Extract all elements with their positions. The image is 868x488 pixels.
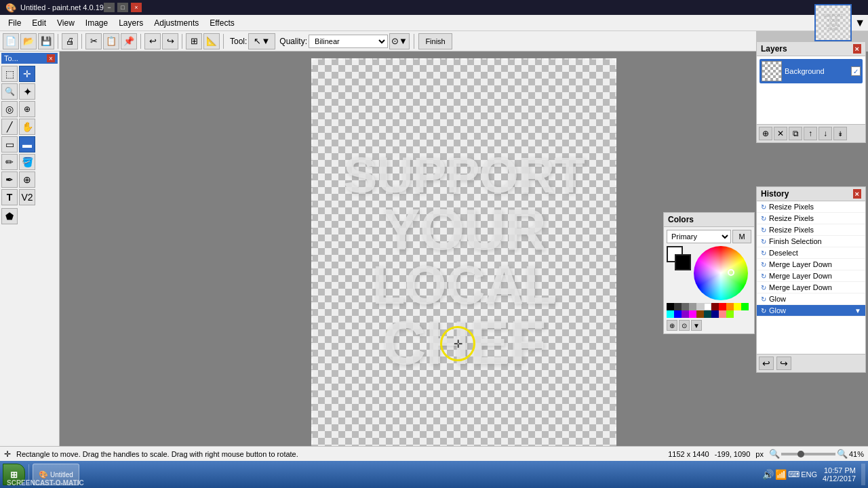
menu-adjustments[interactable]: Adjustments [149,17,204,29]
tool-polygon[interactable]: ⬟ [1,208,18,224]
tool-hand[interactable]: ✋ [19,119,35,135]
color-mode-select[interactable]: Primary Secondary [667,230,731,243]
tool-zoom2[interactable]: ⊕ [19,101,35,117]
palette-blue[interactable] [674,310,682,318]
history-item[interactable]: ↻ Resize Pixels [757,224,865,236]
tool-move[interactable]: ✛ [19,66,35,82]
minimize-button[interactable]: − [104,3,115,12]
palette-cyan[interactable] [667,310,674,318]
palette-red[interactable] [719,303,726,310]
palette-lightgray[interactable] [689,303,696,310]
palette-gray[interactable] [682,303,689,310]
tray-language[interactable]: ENG [801,470,817,479]
add-layer-button[interactable]: ⊕ [759,127,772,140]
palette-navy[interactable] [711,310,719,318]
toolbox-close[interactable]: × [47,54,55,62]
layer-background[interactable]: Background ✓ [760,59,863,83]
history-item[interactable]: ↻ Deselect [757,247,865,259]
paste-button[interactable]: 📌 [121,33,137,49]
palette-darkgray[interactable] [674,303,682,310]
color-wheel-container[interactable] [694,246,751,300]
history-item[interactable]: ↻ Resize Pixels [757,213,865,224]
tool-select-rect[interactable]: ⬚ [1,66,18,82]
color-dropdown-button[interactable]: ▼ [691,320,702,331]
palette-teal[interactable] [704,310,711,318]
tool-line[interactable]: ╱ [1,119,18,135]
history-dropdown-icon[interactable]: ▼ [854,307,861,314]
menu-file[interactable]: File [3,17,26,29]
tool-pencil[interactable]: ✏ [1,154,18,170]
palette-magenta[interactable] [689,310,696,318]
tool-shape[interactable]: V2 [19,189,35,205]
history-redo-button[interactable]: ↪ [776,357,791,370]
layers-close-icon[interactable]: × [853,44,861,54]
new-button[interactable]: 📄 [3,33,19,49]
palette-orange[interactable] [726,303,734,310]
color-picker-button[interactable]: ⊙ [679,320,690,331]
history-item[interactable]: ↻ Merge Layer Down [757,270,865,282]
redo-button[interactable]: ↪ [162,33,178,49]
taskbar-clock[interactable]: 10:57 PM 4/12/2017 [820,466,859,483]
history-item[interactable]: ↻ Merge Layer Down [757,259,865,270]
zoom-slider[interactable] [781,453,835,455]
quality-extra[interactable]: ⊙▼ [389,33,410,49]
tool-selector[interactable]: ↖▼ [248,33,275,49]
add-color-button[interactable]: ⊕ [667,320,677,331]
zoom-in-button[interactable]: 🔍 [837,449,848,459]
zoom-out-button[interactable]: 🔍 [769,449,780,459]
palette-purple[interactable] [682,310,689,318]
palette-brown[interactable] [696,310,704,318]
merge-layer-button[interactable]: ↡ [833,127,847,140]
tool-zoom[interactable]: 🔍 [1,83,18,100]
palette-pink[interactable] [719,310,726,318]
canvas-thumbnail[interactable]: SUPPORTYOURLOCALCHEF [814,4,852,41]
save-button[interactable]: 💾 [38,33,54,49]
quality-select[interactable]: Bilinear Bicubic Nearest Neighbor [309,35,388,48]
history-item[interactable]: ↻ Merge Layer Down [757,282,865,293]
tool-brush[interactable]: ✒ [1,171,18,188]
open-button[interactable]: 📂 [20,33,37,49]
tool-rect-fill[interactable]: ▬ [19,136,35,152]
tool-rect-sel[interactable]: ▭ [1,136,18,152]
history-item[interactable]: ↻ Resize Pixels [757,201,865,213]
dropdown-arrow-icon[interactable]: ▼ [854,17,865,29]
copy-button[interactable]: 📋 [103,33,119,49]
tray-icon-3[interactable]: ⌨ [788,470,800,479]
close-button[interactable]: × [131,3,142,12]
print-button[interactable]: 🖨 [62,33,78,49]
move-layer-down-button[interactable]: ↓ [818,127,832,140]
cut-button[interactable]: ✂ [85,33,102,49]
maximize-button[interactable]: □ [117,3,128,12]
duplicate-layer-button[interactable]: ⧉ [789,127,802,140]
palette-green[interactable] [741,303,749,310]
history-item-selected[interactable]: ↻ Glow ▼ [757,305,865,317]
tool-pan[interactable]: ✦ [19,83,35,100]
tray-icon-1[interactable]: 🔊 [762,469,774,480]
tool-lasso[interactable]: ◎ [1,101,18,117]
color-more-button[interactable]: M [732,230,751,243]
tray-icon-2[interactable]: 📶 [775,469,787,480]
finish-button[interactable]: Finish [418,33,452,49]
ruler-button[interactable]: 📐 [203,33,220,49]
show-desktop-button[interactable] [861,464,865,485]
delete-layer-button[interactable]: ✕ [774,127,787,140]
palette-lime[interactable] [726,310,734,318]
tool-text[interactable]: T [1,189,18,205]
history-undo-button[interactable]: ↩ [759,357,774,370]
menu-view[interactable]: View [52,17,80,29]
grid-button[interactable]: ⊞ [186,33,202,49]
palette-yellow[interactable] [734,303,741,310]
menu-image[interactable]: Image [80,17,113,29]
menu-edit[interactable]: Edit [26,17,52,29]
history-item[interactable]: ↻ Glow [757,293,865,305]
move-layer-up-button[interactable]: ↑ [804,127,817,140]
menu-effects[interactable]: Effects [204,17,239,29]
undo-button[interactable]: ↩ [144,33,161,49]
history-close-icon[interactable]: × [853,189,861,199]
secondary-color-box[interactable] [675,254,691,270]
tool-clone[interactable]: ⊕ [19,171,35,188]
history-item[interactable]: ↻ Finish Selection [757,236,865,247]
palette-red-dark[interactable] [711,303,719,310]
layer-visibility[interactable]: ✓ [851,66,861,76]
palette-black[interactable] [667,303,674,310]
